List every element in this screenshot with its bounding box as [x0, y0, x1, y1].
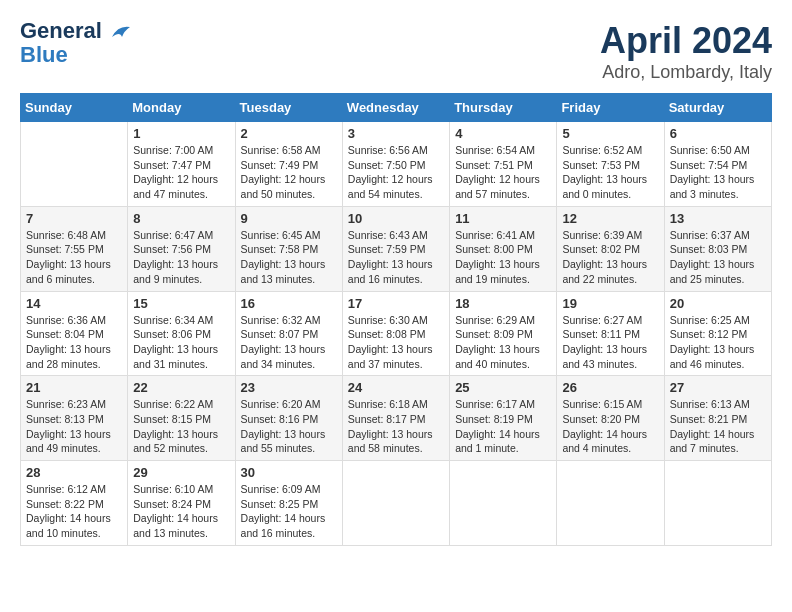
day-cell-2: 2Sunrise: 6:58 AMSunset: 7:49 PMDaylight…: [235, 122, 342, 207]
calendar-table: SundayMondayTuesdayWednesdayThursdayFrid…: [20, 93, 772, 546]
day-header-monday: Monday: [128, 94, 235, 122]
day-cell-26: 26Sunrise: 6:15 AMSunset: 8:20 PMDayligh…: [557, 376, 664, 461]
day-cell-1: 1Sunrise: 7:00 AMSunset: 7:47 PMDaylight…: [128, 122, 235, 207]
day-number: 1: [133, 126, 229, 141]
day-info: Sunrise: 6:36 AMSunset: 8:04 PMDaylight:…: [26, 313, 122, 372]
day-cell-22: 22Sunrise: 6:22 AMSunset: 8:15 PMDayligh…: [128, 376, 235, 461]
day-number: 10: [348, 211, 444, 226]
calendar-header-row: SundayMondayTuesdayWednesdayThursdayFrid…: [21, 94, 772, 122]
day-info: Sunrise: 6:29 AMSunset: 8:09 PMDaylight:…: [455, 313, 551, 372]
empty-cell: [342, 461, 449, 546]
day-cell-13: 13Sunrise: 6:37 AMSunset: 8:03 PMDayligh…: [664, 206, 771, 291]
calendar-subtitle: Adro, Lombardy, Italy: [600, 62, 772, 83]
day-info: Sunrise: 6:48 AMSunset: 7:55 PMDaylight:…: [26, 228, 122, 287]
day-info: Sunrise: 6:23 AMSunset: 8:13 PMDaylight:…: [26, 397, 122, 456]
day-cell-10: 10Sunrise: 6:43 AMSunset: 7:59 PMDayligh…: [342, 206, 449, 291]
week-row-5: 28Sunrise: 6:12 AMSunset: 8:22 PMDayligh…: [21, 461, 772, 546]
day-info: Sunrise: 6:50 AMSunset: 7:54 PMDaylight:…: [670, 143, 766, 202]
day-info: Sunrise: 6:52 AMSunset: 7:53 PMDaylight:…: [562, 143, 658, 202]
day-cell-18: 18Sunrise: 6:29 AMSunset: 8:09 PMDayligh…: [450, 291, 557, 376]
title-area: April 2024 Adro, Lombardy, Italy: [600, 20, 772, 83]
day-number: 24: [348, 380, 444, 395]
empty-cell: [450, 461, 557, 546]
day-number: 20: [670, 296, 766, 311]
empty-cell: [21, 122, 128, 207]
day-info: Sunrise: 6:10 AMSunset: 8:24 PMDaylight:…: [133, 482, 229, 541]
day-info: Sunrise: 6:41 AMSunset: 8:00 PMDaylight:…: [455, 228, 551, 287]
day-number: 5: [562, 126, 658, 141]
day-info: Sunrise: 6:37 AMSunset: 8:03 PMDaylight:…: [670, 228, 766, 287]
day-number: 4: [455, 126, 551, 141]
day-cell-29: 29Sunrise: 6:10 AMSunset: 8:24 PMDayligh…: [128, 461, 235, 546]
day-info: Sunrise: 6:39 AMSunset: 8:02 PMDaylight:…: [562, 228, 658, 287]
day-cell-5: 5Sunrise: 6:52 AMSunset: 7:53 PMDaylight…: [557, 122, 664, 207]
day-info: Sunrise: 6:30 AMSunset: 8:08 PMDaylight:…: [348, 313, 444, 372]
day-info: Sunrise: 6:09 AMSunset: 8:25 PMDaylight:…: [241, 482, 337, 541]
day-header-tuesday: Tuesday: [235, 94, 342, 122]
day-info: Sunrise: 6:15 AMSunset: 8:20 PMDaylight:…: [562, 397, 658, 456]
day-cell-16: 16Sunrise: 6:32 AMSunset: 8:07 PMDayligh…: [235, 291, 342, 376]
day-cell-15: 15Sunrise: 6:34 AMSunset: 8:06 PMDayligh…: [128, 291, 235, 376]
logo-bird-icon: [110, 23, 132, 41]
day-header-sunday: Sunday: [21, 94, 128, 122]
day-number: 11: [455, 211, 551, 226]
day-number: 17: [348, 296, 444, 311]
day-info: Sunrise: 6:43 AMSunset: 7:59 PMDaylight:…: [348, 228, 444, 287]
day-info: Sunrise: 6:45 AMSunset: 7:58 PMDaylight:…: [241, 228, 337, 287]
day-info: Sunrise: 6:54 AMSunset: 7:51 PMDaylight:…: [455, 143, 551, 202]
day-cell-4: 4Sunrise: 6:54 AMSunset: 7:51 PMDaylight…: [450, 122, 557, 207]
day-info: Sunrise: 6:12 AMSunset: 8:22 PMDaylight:…: [26, 482, 122, 541]
day-cell-21: 21Sunrise: 6:23 AMSunset: 8:13 PMDayligh…: [21, 376, 128, 461]
day-number: 7: [26, 211, 122, 226]
day-header-saturday: Saturday: [664, 94, 771, 122]
day-number: 29: [133, 465, 229, 480]
week-row-3: 14Sunrise: 6:36 AMSunset: 8:04 PMDayligh…: [21, 291, 772, 376]
week-row-1: 1Sunrise: 7:00 AMSunset: 7:47 PMDaylight…: [21, 122, 772, 207]
day-number: 21: [26, 380, 122, 395]
day-cell-23: 23Sunrise: 6:20 AMSunset: 8:16 PMDayligh…: [235, 376, 342, 461]
day-info: Sunrise: 6:13 AMSunset: 8:21 PMDaylight:…: [670, 397, 766, 456]
day-number: 18: [455, 296, 551, 311]
day-cell-17: 17Sunrise: 6:30 AMSunset: 8:08 PMDayligh…: [342, 291, 449, 376]
header: General Blue April 2024 Adro, Lombardy, …: [20, 20, 772, 83]
day-number: 26: [562, 380, 658, 395]
day-header-wednesday: Wednesday: [342, 94, 449, 122]
day-info: Sunrise: 7:00 AMSunset: 7:47 PMDaylight:…: [133, 143, 229, 202]
day-info: Sunrise: 6:32 AMSunset: 8:07 PMDaylight:…: [241, 313, 337, 372]
day-number: 22: [133, 380, 229, 395]
day-number: 6: [670, 126, 766, 141]
day-number: 23: [241, 380, 337, 395]
day-number: 19: [562, 296, 658, 311]
day-number: 30: [241, 465, 337, 480]
day-info: Sunrise: 6:17 AMSunset: 8:19 PMDaylight:…: [455, 397, 551, 456]
day-cell-25: 25Sunrise: 6:17 AMSunset: 8:19 PMDayligh…: [450, 376, 557, 461]
logo: General Blue: [20, 20, 132, 68]
day-number: 12: [562, 211, 658, 226]
day-cell-30: 30Sunrise: 6:09 AMSunset: 8:25 PMDayligh…: [235, 461, 342, 546]
week-row-2: 7Sunrise: 6:48 AMSunset: 7:55 PMDaylight…: [21, 206, 772, 291]
day-info: Sunrise: 6:22 AMSunset: 8:15 PMDaylight:…: [133, 397, 229, 456]
day-cell-24: 24Sunrise: 6:18 AMSunset: 8:17 PMDayligh…: [342, 376, 449, 461]
day-number: 14: [26, 296, 122, 311]
day-info: Sunrise: 6:58 AMSunset: 7:49 PMDaylight:…: [241, 143, 337, 202]
day-number: 2: [241, 126, 337, 141]
day-number: 13: [670, 211, 766, 226]
day-cell-3: 3Sunrise: 6:56 AMSunset: 7:50 PMDaylight…: [342, 122, 449, 207]
day-cell-8: 8Sunrise: 6:47 AMSunset: 7:56 PMDaylight…: [128, 206, 235, 291]
day-info: Sunrise: 6:20 AMSunset: 8:16 PMDaylight:…: [241, 397, 337, 456]
day-cell-20: 20Sunrise: 6:25 AMSunset: 8:12 PMDayligh…: [664, 291, 771, 376]
week-row-4: 21Sunrise: 6:23 AMSunset: 8:13 PMDayligh…: [21, 376, 772, 461]
logo-general: General: [20, 20, 132, 42]
day-cell-11: 11Sunrise: 6:41 AMSunset: 8:00 PMDayligh…: [450, 206, 557, 291]
day-cell-9: 9Sunrise: 6:45 AMSunset: 7:58 PMDaylight…: [235, 206, 342, 291]
day-info: Sunrise: 6:25 AMSunset: 8:12 PMDaylight:…: [670, 313, 766, 372]
day-cell-12: 12Sunrise: 6:39 AMSunset: 8:02 PMDayligh…: [557, 206, 664, 291]
day-header-friday: Friday: [557, 94, 664, 122]
empty-cell: [557, 461, 664, 546]
empty-cell: [664, 461, 771, 546]
day-number: 16: [241, 296, 337, 311]
day-info: Sunrise: 6:27 AMSunset: 8:11 PMDaylight:…: [562, 313, 658, 372]
calendar-title: April 2024: [600, 20, 772, 62]
day-info: Sunrise: 6:56 AMSunset: 7:50 PMDaylight:…: [348, 143, 444, 202]
day-cell-27: 27Sunrise: 6:13 AMSunset: 8:21 PMDayligh…: [664, 376, 771, 461]
